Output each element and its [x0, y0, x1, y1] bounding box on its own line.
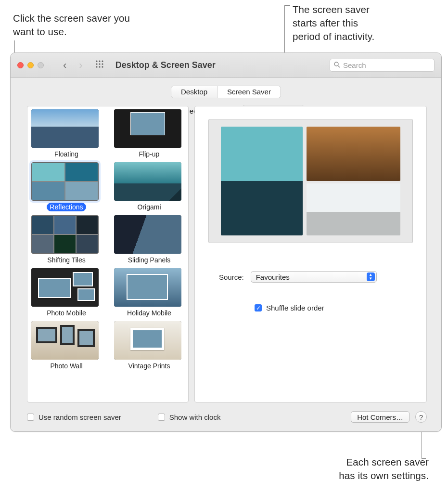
- svg-point-3: [96, 63, 97, 65]
- callout-bottom-2: has its own settings.: [339, 469, 429, 482]
- close-button[interactable]: [17, 62, 24, 68]
- saver-shifting-tiles[interactable]: Shifting Tiles: [31, 215, 102, 264]
- tab-bar: Desktop Screen Saver: [11, 86, 441, 98]
- saver-label: Sliding Panels: [125, 256, 174, 264]
- callout-bottom-1: Each screen saver: [346, 455, 429, 469]
- search-icon: [334, 62, 340, 69]
- callout-right-3: period of inactivity.: [293, 30, 374, 43]
- saver-label: Reflections: [47, 203, 86, 211]
- svg-point-4: [99, 63, 100, 65]
- saver-label: Flip-up: [136, 150, 163, 158]
- random-checkbox[interactable]: [27, 414, 34, 421]
- forward-button: ›: [79, 60, 82, 71]
- screensaver-list[interactable]: Floating Flip-up Reflections Origami Shi…: [27, 106, 189, 402]
- source-select[interactable]: Favourites ▲▼: [251, 271, 377, 283]
- shuffle-checkbox[interactable]: ✓: [255, 304, 262, 311]
- window-title: Desktop & Screen Saver: [115, 60, 216, 70]
- svg-point-9: [334, 62, 338, 66]
- callout-right-htop: [284, 5, 290, 6]
- saver-reflections[interactable]: Reflections: [31, 162, 102, 211]
- show-all-icon[interactable]: [95, 60, 104, 71]
- callout-bottom-hline: [422, 458, 426, 459]
- saver-vintage-prints[interactable]: Vintage Prints: [114, 321, 184, 370]
- svg-point-0: [96, 60, 97, 62]
- svg-line-10: [338, 65, 340, 67]
- clock-label: Show with clock: [169, 413, 221, 421]
- source-value: Favourites: [256, 273, 290, 281]
- tab-screen-saver[interactable]: Screen Saver: [218, 86, 281, 98]
- svg-point-2: [102, 60, 103, 62]
- shuffle-label: Shuffle slide order: [266, 304, 324, 312]
- help-button[interactable]: ?: [415, 411, 427, 423]
- bottom-bar: Use random screen saver Show with clock …: [27, 409, 427, 425]
- callout-right-2: starts after this: [293, 16, 358, 30]
- search-placeholder: Search: [343, 61, 366, 69]
- saver-sliding-panels[interactable]: Sliding Panels: [114, 215, 184, 264]
- saver-label: Origami: [134, 203, 164, 211]
- saver-photo-mobile[interactable]: Photo Mobile: [31, 268, 102, 317]
- screensaver-preview[interactable]: [208, 119, 413, 243]
- titlebar: ‹ › Desktop & Screen Saver Search: [11, 53, 441, 78]
- preferences-window: ‹ › Desktop & Screen Saver Search Deskto…: [10, 52, 442, 432]
- minimize-button[interactable]: [27, 62, 34, 68]
- select-arrows-icon: ▲▼: [367, 272, 375, 281]
- svg-point-1: [99, 60, 100, 62]
- saver-flip-up[interactable]: Flip-up: [114, 109, 184, 158]
- saver-label: Holiday Mobile: [124, 309, 174, 317]
- hot-corners-button[interactable]: Hot Corners…: [351, 411, 410, 423]
- svg-point-6: [96, 66, 97, 67]
- preview-pane: Source: Favourites ▲▼ ✓ Shuffle slide or…: [194, 106, 427, 402]
- saver-label: Photo Mobile: [44, 309, 89, 317]
- saver-holiday-mobile[interactable]: Holiday Mobile: [114, 268, 184, 317]
- saver-label: Photo Wall: [47, 362, 85, 370]
- saver-label: Shifting Tiles: [44, 256, 88, 264]
- saver-label: Floating: [51, 150, 81, 158]
- tab-desktop[interactable]: Desktop: [171, 86, 218, 98]
- clock-checkbox[interactable]: [158, 414, 165, 421]
- saver-floating[interactable]: Floating: [31, 109, 102, 158]
- saver-label: Vintage Prints: [126, 362, 173, 370]
- nav-arrows: ‹ ›: [63, 60, 83, 71]
- svg-point-7: [99, 66, 100, 67]
- random-label: Use random screen saver: [38, 413, 121, 421]
- callout-left: Click the screen saver you want to use.: [13, 12, 148, 38]
- window-controls: [17, 62, 44, 68]
- source-label: Source:: [219, 273, 244, 281]
- svg-point-8: [102, 66, 103, 67]
- svg-point-5: [102, 63, 103, 65]
- back-button[interactable]: ‹: [63, 60, 66, 71]
- zoom-button: [38, 62, 44, 68]
- search-input[interactable]: Search: [330, 59, 435, 72]
- callout-right-1: The screen saver: [293, 3, 370, 16]
- saver-origami[interactable]: Origami: [114, 162, 184, 211]
- saver-photo-wall[interactable]: Photo Wall: [31, 321, 102, 370]
